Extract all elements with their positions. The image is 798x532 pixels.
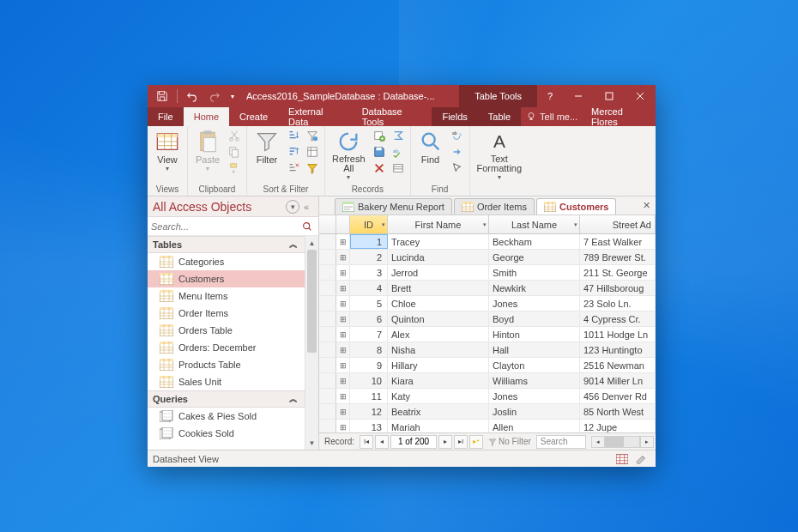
cell-id[interactable]: 3 xyxy=(350,265,388,280)
replace-icon[interactable]: ab xyxy=(449,128,466,143)
cell-id[interactable]: 7 xyxy=(350,327,388,342)
cell-id[interactable]: 1 xyxy=(350,234,388,249)
cut-icon[interactable] xyxy=(226,128,243,143)
expand-row-icon[interactable]: ⊞ xyxy=(336,234,350,249)
horizontal-scrollbar[interactable]: ◂ ▸ xyxy=(591,436,654,448)
table-row[interactable]: ⊞1TraceyBeckham7 East Walker xyxy=(319,234,656,250)
cell-address[interactable]: 2516 Newman xyxy=(580,358,656,372)
sort-asc-icon[interactable] xyxy=(285,128,302,143)
nav-scrollbar[interactable]: ▲ ▼ xyxy=(305,236,318,450)
advanced-filter-icon[interactable] xyxy=(304,144,321,160)
cell-address[interactable]: 123 Huntingto xyxy=(580,342,656,357)
save-icon[interactable] xyxy=(153,87,172,106)
table-row[interactable]: ⊞12BeatrixJoslin85 North West xyxy=(319,404,656,420)
datasheet-view-button[interactable] xyxy=(613,452,632,466)
first-record-button[interactable]: I◂ xyxy=(360,435,373,449)
cell-last-name[interactable]: Beckham xyxy=(489,234,580,249)
paste-button[interactable]: Paste ▾ xyxy=(191,128,224,174)
table-row[interactable]: ⊞10KiaraWilliams9014 Miller Ln xyxy=(319,373,656,389)
expand-row-icon[interactable]: ⊞ xyxy=(336,420,350,432)
tab-fields[interactable]: Fields xyxy=(432,107,477,126)
save-record-icon[interactable] xyxy=(371,144,388,160)
select-all-cell[interactable] xyxy=(319,215,336,233)
expand-row-icon[interactable]: ⊞ xyxy=(336,373,350,388)
cell-id[interactable]: 5 xyxy=(350,296,388,311)
cell-id[interactable]: 11 xyxy=(350,389,388,403)
shutter-collapse-icon[interactable]: « xyxy=(299,200,313,214)
expand-row-icon[interactable]: ⊞ xyxy=(336,358,350,372)
more-records-icon[interactable] xyxy=(390,160,407,176)
nav-item[interactable]: Orders Table xyxy=(148,322,305,339)
column-first-name[interactable]: First Name▾ xyxy=(388,215,489,233)
cell-last-name[interactable]: Smith xyxy=(489,265,580,280)
scroll-right-icon[interactable]: ▸ xyxy=(640,436,654,448)
row-selector[interactable] xyxy=(319,234,336,249)
cell-last-name[interactable]: Hinton xyxy=(489,327,580,342)
cell-last-name[interactable]: Jones xyxy=(489,389,580,403)
expand-row-icon[interactable]: ⊞ xyxy=(336,250,350,264)
cell-last-name[interactable]: Hall xyxy=(489,342,580,357)
view-button[interactable]: View ▾ xyxy=(151,128,184,174)
cell-first-name[interactable]: Kiara xyxy=(388,373,489,388)
cell-id[interactable]: 2 xyxy=(350,250,388,264)
row-selector[interactable] xyxy=(319,265,336,280)
cell-first-name[interactable]: Beatrix xyxy=(388,404,489,419)
table-row[interactable]: ⊞6QuintonBoyd4 Cypress Cr. xyxy=(319,311,656,327)
cell-first-name[interactable]: Jerrod xyxy=(388,265,489,280)
row-selector[interactable] xyxy=(319,358,336,372)
expand-row-icon[interactable]: ⊞ xyxy=(336,311,350,326)
column-id[interactable]: ID▾ xyxy=(350,215,388,233)
cell-last-name[interactable]: Jones xyxy=(489,296,580,311)
design-view-button[interactable] xyxy=(632,452,650,466)
scroll-down-icon[interactable]: ▼ xyxy=(305,436,318,450)
doc-tab[interactable]: Bakery Menu Report xyxy=(335,198,452,215)
help-button[interactable]: ? xyxy=(537,85,563,107)
refresh-all-button[interactable]: Refresh All ▾ xyxy=(329,128,369,183)
table-row[interactable]: ⊞11KatyJones456 Denver Rd xyxy=(319,389,656,404)
select-icon[interactable] xyxy=(449,160,466,176)
filter-button[interactable]: Filter xyxy=(251,128,283,166)
cell-address[interactable]: 12 Jupe xyxy=(580,420,656,432)
nav-item[interactable]: Orders: December xyxy=(148,339,305,356)
cell-address[interactable]: 85 North West xyxy=(580,404,656,419)
next-record-button[interactable]: ▸ xyxy=(438,435,452,449)
nav-menu-icon[interactable]: ▾ xyxy=(286,200,299,214)
redo-icon[interactable] xyxy=(205,87,224,106)
cell-address[interactable]: 23 Solo Ln. xyxy=(580,296,656,311)
record-search[interactable] xyxy=(536,435,586,449)
cell-first-name[interactable]: Quinton xyxy=(388,311,489,326)
cell-first-name[interactable]: Alex xyxy=(388,327,489,342)
cell-last-name[interactable]: Williams xyxy=(489,373,580,388)
row-selector[interactable] xyxy=(319,404,336,419)
cell-id[interactable]: 4 xyxy=(350,281,388,295)
cell-first-name[interactable]: Lucinda xyxy=(388,250,489,264)
remove-sort-icon[interactable] xyxy=(285,160,302,176)
column-street-address[interactable]: Street Ad xyxy=(580,215,656,233)
cell-first-name[interactable]: Katy xyxy=(388,389,489,403)
doc-tab[interactable]: Order Items xyxy=(454,198,535,215)
row-selector[interactable] xyxy=(319,373,336,388)
scroll-left-icon[interactable]: ◂ xyxy=(591,436,605,448)
prev-record-button[interactable]: ◂ xyxy=(375,435,389,449)
row-selector[interactable] xyxy=(319,296,336,311)
selection-filter-icon[interactable] xyxy=(304,128,321,143)
format-painter-icon[interactable] xyxy=(226,160,243,176)
new-record-icon[interactable] xyxy=(371,128,388,143)
undo-icon[interactable] xyxy=(183,87,202,106)
cell-last-name[interactable]: Newkirk xyxy=(489,281,580,295)
record-position[interactable] xyxy=(390,435,437,449)
nav-item[interactable]: Menu Items xyxy=(148,287,305,305)
row-selector[interactable] xyxy=(319,327,336,342)
tell-me-search[interactable]: Tell me... xyxy=(521,107,583,126)
nav-group-tables[interactable]: Tables︽ xyxy=(148,236,305,253)
expand-row-icon[interactable]: ⊞ xyxy=(336,281,350,295)
cell-first-name[interactable]: Hillary xyxy=(388,358,489,372)
chevron-down-icon[interactable]: ▾ xyxy=(574,221,577,228)
column-last-name[interactable]: Last Name▾ xyxy=(489,215,580,233)
row-selector[interactable] xyxy=(319,281,336,295)
tab-file[interactable]: File xyxy=(148,107,184,126)
cell-address[interactable]: 211 St. George xyxy=(580,265,656,280)
cell-id[interactable]: 6 xyxy=(350,311,388,326)
table-row[interactable]: ⊞8NishaHall123 Huntingto xyxy=(319,342,656,358)
cell-id[interactable]: 9 xyxy=(350,358,388,372)
